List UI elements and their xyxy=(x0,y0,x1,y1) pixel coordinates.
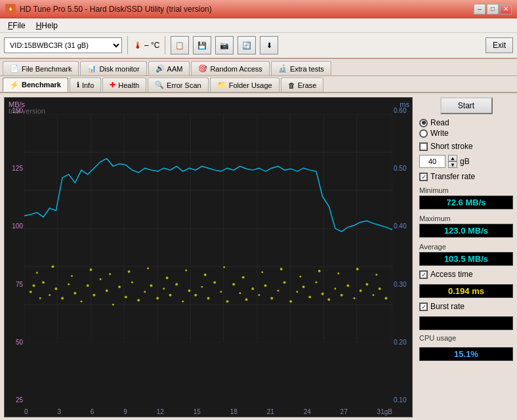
window-controls: – □ ✕ xyxy=(474,4,512,14)
svg-point-67 xyxy=(327,298,330,301)
cpu-usage-label: CPU usage xyxy=(419,334,513,342)
maximum-label: Maximum xyxy=(419,215,513,222)
chart-x-axis: 0 3 6 9 12 15 18 21 24 27 31gB xyxy=(24,408,392,415)
svg-point-54 xyxy=(245,298,248,301)
toolbar-btn-3[interactable]: 📷 xyxy=(215,36,234,54)
svg-point-88 xyxy=(242,276,245,279)
minimum-stat: Minimum 72.6 MB/s xyxy=(419,186,513,209)
svg-point-58 xyxy=(270,297,273,300)
tab-health[interactable]: ✚ Health xyxy=(102,77,146,92)
svg-point-35 xyxy=(125,296,127,299)
info-icon: ℹ xyxy=(77,81,79,89)
right-panel: Start Read Write Short stroke 40 ▲ ▼ gB xyxy=(415,93,517,420)
access-time-checkbox[interactable]: ✓ Access time xyxy=(419,270,513,279)
svg-point-43 xyxy=(175,283,178,285)
tab-info-label: Info xyxy=(82,81,94,89)
close-button[interactable]: ✕ xyxy=(500,4,512,14)
svg-point-56 xyxy=(258,294,260,296)
minimum-value: 72.6 MB/s xyxy=(419,196,513,209)
svg-point-76 xyxy=(384,297,387,300)
erase-icon: 🗑 xyxy=(288,81,295,89)
write-label: Write xyxy=(430,129,449,138)
write-radio[interactable]: Write xyxy=(419,129,513,138)
svg-point-65 xyxy=(315,282,317,284)
benchmark-icon: ⚡ xyxy=(10,81,19,89)
svg-point-83 xyxy=(147,268,149,270)
tab-info[interactable]: ℹ Info xyxy=(70,77,101,92)
access-time-stat: 0.194 ms xyxy=(419,284,513,298)
burst-rate-checkbox[interactable]: ✓ Burst rate xyxy=(419,302,513,311)
write-radio-circle xyxy=(419,129,428,138)
spinner-input[interactable]: 40 xyxy=(419,155,445,168)
svg-point-82 xyxy=(128,270,131,273)
menu-file[interactable]: FFile xyxy=(3,20,31,32)
svg-point-94 xyxy=(356,268,359,270)
main-content: MB/s ms trial version 150 125 100 75 50 … xyxy=(0,93,517,420)
svg-point-33 xyxy=(112,304,114,306)
svg-point-24 xyxy=(54,287,57,290)
tab-error-scan-label: Error Scan xyxy=(167,81,201,89)
gb-label: gB xyxy=(460,157,470,166)
burst-rate-label: Burst rate xyxy=(430,302,465,311)
exit-button[interactable]: Exit xyxy=(486,37,513,53)
transfer-rate-checkbox[interactable]: ✓ Transfer rate xyxy=(419,172,513,181)
average-value: 103.5 MB/s xyxy=(419,252,513,266)
spinner-down[interactable]: ▼ xyxy=(448,161,457,168)
menu-bar: FFile HHelp xyxy=(0,18,517,33)
chart-y-axis-right: 0.60 0.50 0.40 0.30 0.20 0.10 xyxy=(392,98,412,404)
toolbar-btn-2[interactable]: 💾 xyxy=(193,36,211,54)
burst-rate-value xyxy=(419,316,513,330)
svg-point-23 xyxy=(49,294,51,296)
tab-random-access[interactable]: 🎯 Random Access xyxy=(191,61,269,75)
toolbar: VID:15BWBC3R (31 gB) 🌡 – °C 📋 💾 📷 🔄 ⬇ Ex… xyxy=(0,33,517,59)
tab-extra-tests[interactable]: 🔬 Extra tests xyxy=(271,61,331,75)
svg-point-62 xyxy=(296,291,298,293)
toolbar-btn-5[interactable]: ⬇ xyxy=(260,36,278,54)
spinner-up[interactable]: ▲ xyxy=(448,155,457,161)
tabs-row1: 📄 File Benchmark 📊 Disk monitor 🔊 AAM 🎯 … xyxy=(0,59,517,76)
maximize-button[interactable]: □ xyxy=(487,4,499,14)
tab-extra-tests-label: Extra tests xyxy=(290,65,324,73)
tab-folder-usage[interactable]: 📁 Folder Usage xyxy=(210,77,279,92)
start-button[interactable]: Start xyxy=(440,97,493,114)
menu-help[interactable]: HHelp xyxy=(31,20,63,32)
svg-point-72 xyxy=(360,289,362,292)
tab-file-benchmark[interactable]: 📄 File Benchmark xyxy=(3,61,79,75)
app-icon: ♦ xyxy=(5,4,16,14)
svg-point-60 xyxy=(283,281,286,284)
tab-health-label: Health xyxy=(118,81,139,89)
disk-selector[interactable]: VID:15BWBC3R (31 gB) xyxy=(4,37,122,53)
svg-point-64 xyxy=(308,296,311,299)
svg-point-92 xyxy=(318,270,321,272)
minimize-button[interactable]: – xyxy=(474,4,486,14)
transfer-rate-box: ✓ xyxy=(419,173,428,181)
access-time-value: 0.194 ms xyxy=(419,284,513,298)
separator xyxy=(127,36,128,54)
svg-point-25 xyxy=(61,297,64,300)
temp-value: – °C xyxy=(144,41,159,50)
tab-disk-monitor[interactable]: 📊 Disk monitor xyxy=(80,61,146,75)
tab-error-scan[interactable]: 🔍 Error Scan xyxy=(148,77,209,92)
svg-point-46 xyxy=(194,294,197,297)
tab-file-benchmark-label: File Benchmark xyxy=(22,65,72,73)
svg-point-80 xyxy=(90,268,93,271)
read-radio[interactable]: Read xyxy=(419,118,513,127)
tab-erase[interactable]: 🗑 Erase xyxy=(281,77,324,92)
svg-point-68 xyxy=(334,288,336,290)
random-access-icon: 🎯 xyxy=(198,64,207,73)
svg-point-79 xyxy=(71,275,73,277)
svg-point-41 xyxy=(163,288,165,290)
toolbar-btn-1[interactable]: 📋 xyxy=(171,36,189,54)
svg-point-86 xyxy=(204,274,207,276)
tab-aam[interactable]: 🔊 AAM xyxy=(148,61,190,75)
svg-point-71 xyxy=(354,297,356,299)
toolbar-btn-4[interactable]: 🔄 xyxy=(238,36,256,54)
short-stroke-checkbox[interactable]: Short stroke xyxy=(419,142,513,151)
average-stat: Average 103.5 MB/s xyxy=(419,243,513,266)
svg-point-29 xyxy=(87,284,89,287)
svg-point-87 xyxy=(223,266,225,268)
separator2 xyxy=(165,36,165,54)
tab-benchmark[interactable]: ⚡ Benchmark xyxy=(3,77,68,92)
svg-point-89 xyxy=(261,271,263,273)
spinner-buttons: ▲ ▼ xyxy=(448,155,457,168)
